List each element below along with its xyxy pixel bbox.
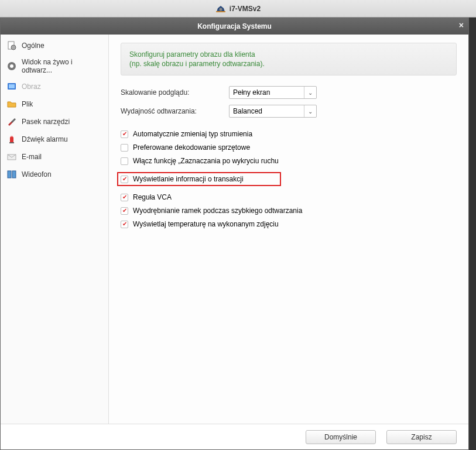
right-dark-edge: [469, 18, 476, 450]
checkbox-icon[interactable]: [121, 176, 128, 183]
checkbox-icon[interactable]: [121, 157, 128, 165]
playback-select[interactable]: Balanced ⌄: [229, 105, 317, 118]
checkbox-icon[interactable]: [121, 207, 128, 215]
sidebar-item-videophone[interactable]: Wideofon: [1, 166, 108, 183]
check-vca-rule[interactable]: Reguła VCA: [121, 192, 457, 202]
check-motion-highlight[interactable]: Włącz funkcję „Zaznaczania po wykryciu r…: [121, 156, 457, 166]
alarm-icon: [6, 134, 17, 145]
sidebar-item-image[interactable]: Obraz: [1, 78, 108, 95]
sidebar-item-label: Wideofon: [22, 170, 52, 178]
email-icon: [6, 152, 17, 162]
sidebar-item-label: Pasek narzędzi: [22, 118, 70, 126]
svg-point-0: [219, 8, 222, 11]
content-area: Skonfiguruj parametry obrazu dla klienta…: [109, 35, 468, 424]
row-playback: Wydajność odtwarzania: Balanced ⌄: [121, 105, 457, 118]
sidebar-item-email[interactable]: E-mail: [1, 148, 108, 166]
sidebar-item-liveview[interactable]: Widok na żywo i odtwarz...: [1, 54, 108, 78]
close-icon[interactable]: ×: [459, 20, 464, 30]
checkbox-list: Automatycznie zmieniaj typ strumienia Pr…: [121, 126, 457, 232]
sidebar-item-label: Widok na żywo i odtwarz...: [22, 58, 102, 74]
svg-rect-7: [9, 84, 15, 88]
app-window: i7-VMSv2 Konfiguracja Systemu × Ogólne: [0, 0, 476, 450]
image-icon: [6, 81, 17, 92]
check-temperature[interactable]: Wyświetlaj temperaturę na wykonanym zdję…: [121, 219, 457, 229]
sidebar-item-label: Plik: [22, 100, 33, 108]
app-title: i7-VMSv2: [230, 5, 261, 13]
videophone-icon: [6, 169, 17, 180]
scaling-select[interactable]: Pełny ekran ⌄: [229, 86, 317, 99]
svg-point-8: [11, 136, 13, 137]
row-scaling: Skalowanie podglądu: Pełny ekran ⌄: [121, 86, 457, 99]
playback-value: Balanced: [233, 107, 262, 115]
svg-rect-10: [8, 171, 11, 178]
playback-label: Wydajność odtwarzania:: [121, 107, 229, 115]
chevron-down-icon: ⌄: [304, 105, 313, 117]
sidebar-item-label: Ogólne: [22, 42, 44, 50]
checkbox-icon[interactable]: [121, 221, 128, 228]
dialog-title: Konfiguracja Systemu: [197, 22, 272, 30]
check-label: Reguła VCA: [133, 193, 172, 201]
checkbox-icon[interactable]: [121, 130, 128, 138]
app-titlebar: i7-VMSv2: [0, 0, 476, 18]
check-hw-decode[interactable]: Preferowane dekodowanie sprzętowe: [121, 142, 457, 153]
sidebar-item-label: Obraz: [22, 83, 41, 91]
dialog-button-bar: Domyślnie Zapisz: [1, 424, 468, 449]
sidebar-item-label: E-mail: [22, 153, 42, 161]
folder-icon: [6, 99, 17, 109]
check-label: Wyodrębnianie ramek podczas szybkiego od…: [133, 207, 302, 215]
check-transaction-info[interactable]: Wyświetlanie informacji o transakcji: [117, 172, 281, 186]
tools-icon: [6, 116, 17, 127]
chevron-down-icon: ⌄: [304, 87, 313, 98]
check-frame-extract[interactable]: Wyodrębnianie ramek podczas szybkiego od…: [121, 205, 457, 216]
settings-sidebar: Ogólne Widok na żywo i odtwarz... Obraz: [1, 35, 109, 424]
sidebar-item-file[interactable]: Plik: [1, 95, 108, 113]
sidebar-item-general[interactable]: Ogólne: [1, 37, 108, 54]
svg-rect-11: [12, 171, 16, 178]
check-label: Włącz funkcję „Zaznaczania po wykryciu r…: [133, 157, 279, 165]
check-auto-stream[interactable]: Automatycznie zmieniaj typ strumienia: [121, 129, 457, 139]
sidebar-item-alarm[interactable]: Dźwięk alarmu: [1, 130, 108, 148]
document-gear-icon: [6, 40, 17, 51]
check-label: Preferowane dekodowanie sprzętowe: [133, 143, 250, 152]
svg-point-5: [10, 64, 13, 68]
sidebar-item-label: Dźwięk alarmu: [22, 135, 68, 143]
checkbox-icon[interactable]: [121, 144, 128, 152]
app-logo-icon: [215, 5, 226, 13]
hint-line2: (np. skalę obrazu i parametry odtwarzani…: [129, 60, 448, 68]
save-button[interactable]: Zapisz: [386, 430, 457, 444]
checkbox-icon[interactable]: [121, 194, 128, 201]
hint-box: Skonfiguruj parametry obrazu dla klienta…: [121, 43, 457, 75]
check-label: Wyświetlanie informacji o transakcji: [133, 175, 244, 183]
hint-line1: Skonfiguruj parametry obrazu dla klienta: [129, 50, 448, 59]
system-config-dialog: Konfiguracja Systemu × Ogólne: [0, 18, 469, 450]
scaling-value: Pełny ekran: [233, 88, 270, 97]
scaling-label: Skalowanie podglądu:: [121, 88, 229, 97]
sidebar-item-toolbar[interactable]: Pasek narzędzi: [1, 113, 108, 130]
dialog-header: Konfiguracja Systemu ×: [1, 18, 468, 35]
dialog-body: Ogólne Widok na żywo i odtwarz... Obraz: [1, 35, 468, 424]
check-label: Automatycznie zmieniaj typ strumienia: [133, 130, 252, 138]
svg-point-3: [11, 45, 16, 50]
eye-icon: [6, 61, 17, 71]
check-label: Wyświetlaj temperaturę na wykonanym zdję…: [133, 220, 279, 228]
svg-rect-1: [216, 11, 225, 12]
default-button[interactable]: Domyślnie: [306, 430, 376, 444]
